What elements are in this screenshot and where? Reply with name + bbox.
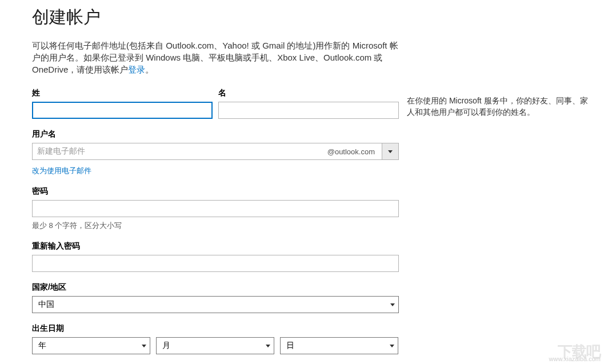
reenter-password-input[interactable] xyxy=(32,255,399,272)
month-select[interactable]: 月 xyxy=(156,337,274,354)
country-select[interactable]: 中国 xyxy=(32,296,399,313)
lastname-label: 姓 xyxy=(32,88,213,98)
year-value: 年 xyxy=(38,341,46,351)
reenter-password-label: 重新输入密码 xyxy=(32,241,400,251)
chevron-down-icon xyxy=(266,345,270,347)
intro-text: 可以将任何电子邮件地址(包括来自 Outlook.com、Yahoo! 或 Gm… xyxy=(32,39,401,75)
birthdate-label: 出生日期 xyxy=(32,323,400,334)
username-domain: @outlook.com xyxy=(327,147,377,156)
username-placeholder: 新建电子邮件 xyxy=(37,146,85,157)
username-label: 用户名 xyxy=(32,129,400,139)
intro-suffix: 。 xyxy=(145,65,154,74)
chevron-down-icon xyxy=(388,150,393,153)
month-value: 月 xyxy=(162,341,170,351)
password-hint: 最少 8 个字符，区分大小写 xyxy=(32,221,400,231)
day-value: 日 xyxy=(286,341,294,351)
firstname-label: 名 xyxy=(218,88,399,98)
switch-to-email-link[interactable]: 改为使用电子邮件 xyxy=(32,166,91,176)
sign-in-link[interactable]: 登录 xyxy=(128,65,145,74)
page-title: 创建帐户 xyxy=(32,6,400,29)
lastname-input[interactable] xyxy=(32,102,213,119)
password-label: 密码 xyxy=(32,186,400,197)
country-label: 国家/地区 xyxy=(32,282,400,293)
day-select[interactable]: 日 xyxy=(280,337,398,354)
watermark-url: www.xiazaiba.com xyxy=(549,355,601,363)
intro-prefix: 可以将任何电子邮件地址(包括来自 Outlook.com、Yahoo! 或 Gm… xyxy=(32,41,398,74)
year-select[interactable]: 年 xyxy=(32,337,150,354)
firstname-input[interactable] xyxy=(218,102,399,119)
username-domain-dropdown[interactable] xyxy=(382,143,399,160)
chevron-down-icon xyxy=(390,303,395,306)
chevron-down-icon xyxy=(390,345,394,347)
password-input[interactable] xyxy=(32,200,399,217)
watermark-logo: 下载吧 xyxy=(549,348,601,355)
watermark: 下载吧 www.xiazaiba.com xyxy=(549,348,601,363)
chevron-down-icon xyxy=(142,345,146,347)
username-input[interactable]: 新建电子邮件 @outlook.com xyxy=(32,143,382,160)
country-value: 中国 xyxy=(38,299,54,310)
name-tooltip: 在你使用的 Microsoft 服务中，你的好友、同事、家人和其他用户都可以看到… xyxy=(407,95,595,118)
